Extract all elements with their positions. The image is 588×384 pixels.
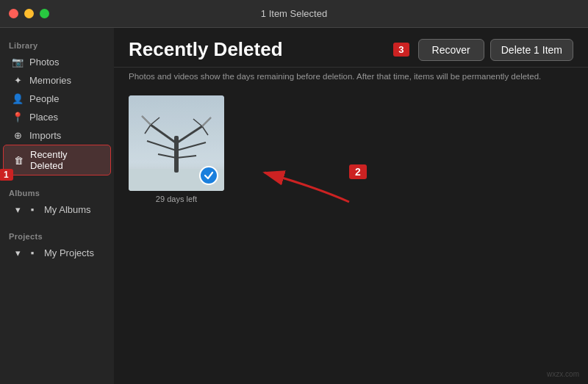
annotation-badge-1: 1 xyxy=(0,169,13,181)
album-icon: ▪ xyxy=(26,204,38,215)
main-layout: Library 📷 Photos ✦ Memories 👤 People 📍 P… xyxy=(0,28,588,384)
photo-item[interactable]: 29 days left xyxy=(129,95,224,203)
close-button[interactable] xyxy=(9,9,18,18)
header-actions: 3 Recover Delete 1 Item xyxy=(393,39,573,61)
sidebar-item-label-recently-deleted: Recently Deleted xyxy=(30,149,101,171)
content-area: Recently Deleted 3 Recover Delete 1 Item… xyxy=(114,28,588,384)
sidebar-item-label-places: Places xyxy=(29,112,102,123)
sidebar-item-label-projects: My Projects xyxy=(44,247,102,258)
fullscreen-button[interactable] xyxy=(40,9,49,18)
imports-icon: ⊕ xyxy=(12,130,24,141)
projects-expand-icon: ▾ xyxy=(12,247,24,258)
sidebar-item-memories[interactable]: ✦ Memories xyxy=(3,71,111,90)
sidebar-item-photos[interactable]: 📷 Photos xyxy=(3,53,111,71)
sidebar-item-label-albums: My Albums xyxy=(44,204,102,215)
checkmark-icon xyxy=(204,170,214,181)
photo-selected-checkmark xyxy=(199,166,218,185)
sidebar-item-my-projects[interactable]: ▾ ▪ My Projects xyxy=(3,244,111,262)
sidebar-item-recently-deleted[interactable]: 1 🗑 Recently Deleted xyxy=(3,145,111,175)
project-icon: ▪ xyxy=(26,247,38,258)
projects-section-label: Projects xyxy=(0,226,114,244)
people-icon: 👤 xyxy=(12,93,24,104)
page-title: Recently Deleted xyxy=(129,38,283,61)
minimize-button[interactable] xyxy=(24,9,34,18)
sidebar-item-imports[interactable]: ⊕ Imports xyxy=(3,126,111,145)
library-section-label: Library xyxy=(0,35,114,53)
sidebar: Library 📷 Photos ✦ Memories 👤 People 📍 P… xyxy=(0,28,114,384)
annotation-2-container: 2 xyxy=(349,165,370,178)
recover-button[interactable]: Recover xyxy=(418,39,484,61)
sidebar-item-places[interactable]: 📍 Places xyxy=(3,108,111,126)
albums-expand-icon: ▾ xyxy=(12,204,24,215)
annotation-badge-2: 2 xyxy=(349,164,367,179)
albums-section-label: Albums xyxy=(0,183,114,200)
annotation-arrow xyxy=(220,128,368,217)
title-bar-actions xyxy=(566,9,579,18)
annotation-badge-3: 3 xyxy=(393,43,409,57)
sidebar-toggle-button[interactable] xyxy=(566,9,579,18)
sidebar-item-label-people: People xyxy=(29,93,102,104)
delete-button[interactable]: Delete 1 Item xyxy=(490,39,573,61)
sidebar-item-label-imports: Imports xyxy=(29,130,102,141)
places-icon: 📍 xyxy=(12,112,24,123)
sidebar-item-label-memories: Memories xyxy=(29,75,102,86)
photos-area: 29 days left 2 xyxy=(114,88,588,384)
memories-icon: ✦ xyxy=(12,75,24,86)
photos-icon: 📷 xyxy=(12,57,24,68)
trash-icon: 🗑 xyxy=(12,155,24,166)
content-header: Recently Deleted 3 Recover Delete 1 Item xyxy=(114,28,588,68)
sidebar-item-my-albums[interactable]: ▾ ▪ My Albums xyxy=(3,200,111,219)
title-bar: 1 Item Selected xyxy=(0,0,588,28)
sidebar-item-people[interactable]: 👤 People xyxy=(3,90,111,108)
photo-thumbnail[interactable] xyxy=(129,95,224,191)
window-title: 1 Item Selected xyxy=(261,8,327,19)
traffic-lights xyxy=(9,9,49,18)
content-subtitle: Photos and videos show the days remainin… xyxy=(114,68,588,88)
sidebar-item-label-photos: Photos xyxy=(29,57,102,68)
photo-days-label: 29 days left xyxy=(156,195,197,203)
